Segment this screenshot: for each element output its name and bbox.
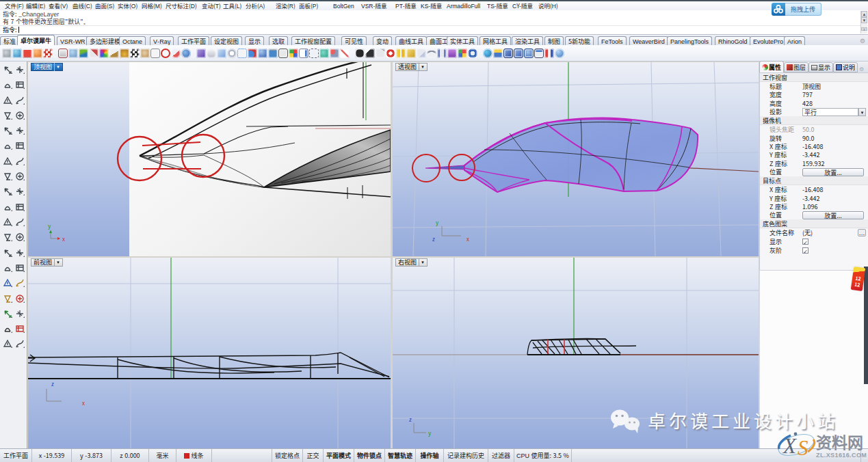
svg-text:z: z xyxy=(409,416,412,423)
svg-text:y: y xyxy=(428,429,432,437)
svg-text:x: x xyxy=(82,399,85,407)
svg-text:y: y xyxy=(436,219,439,226)
svg-text:资料网: 资料网 xyxy=(816,430,863,453)
svg-text:S: S xyxy=(798,436,808,460)
svg-text:y: y xyxy=(48,222,51,230)
svg-text:ZL.XS1616.COM: ZL.XS1616.COM xyxy=(816,452,867,459)
svg-text:x: x xyxy=(62,235,65,243)
svg-text:z: z xyxy=(432,235,435,243)
svg-text:x: x xyxy=(466,235,469,243)
svg-text:X: X xyxy=(782,434,797,458)
svg-text:z: z xyxy=(51,380,54,388)
